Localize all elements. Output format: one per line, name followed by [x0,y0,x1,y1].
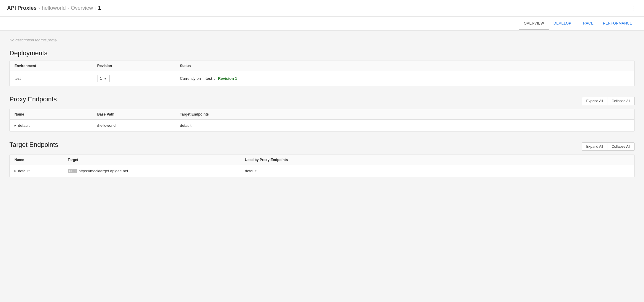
target-endpoints-expand-all[interactable]: Expand All [582,142,607,151]
revision-select[interactable]: 1 [97,75,110,82]
breadcrumb: API Proxies › helloworld › Overview › 1 [7,5,101,11]
target-endpoints-col-name: Name [14,158,68,162]
proxy-endpoints-btn-group: Expand All Collapse All [582,97,635,105]
deployments-col-revision: Revision [97,64,180,68]
proxy-endpoints-col-name: Name [14,112,97,116]
proxy-endpoint-basepath: /helloworld [97,123,180,128]
deployment-revision-cell: 1 [97,75,180,82]
deployments-title: Deployments [9,49,635,57]
proxy-endpoint-expand-icon[interactable]: ▶ [14,124,16,127]
breadcrumb-sep-3: › [95,6,96,11]
status-revision: Revision 1 [218,76,237,81]
proxy-endpoints-table: Name Base Path Target Endpoints ▶ defaul… [9,109,635,131]
deployments-table: Environment Revision Status test 1 Curre… [9,61,635,86]
proxy-endpoints-collapse-all[interactable]: Collapse All [607,97,635,105]
main-content: No description for this proxy. Deploymen… [0,31,644,302]
proxy-endpoints-col-basepath: Base Path [97,112,180,116]
deployments-col-status: Status [180,64,630,68]
target-endpoints-col-used-by: Used by Proxy Endpoints [245,158,630,162]
tab-overview[interactable]: OVERVIEW [519,17,549,30]
deployment-status-cell: Currently on test: Revision 1 [180,76,630,81]
url-badge: URL [68,169,77,173]
more-icon[interactable]: ⋮ [631,5,637,12]
target-endpoints-section: Target Endpoints Expand All Collapse All… [9,141,635,177]
target-endpoints-col-target: Target [68,158,245,162]
target-endpoints-header: Name Target Used by Proxy Endpoints [10,155,634,165]
target-endpoint-expand-icon[interactable]: ▶ [14,170,16,172]
proxy-endpoints-section: Proxy Endpoints Expand All Collapse All … [9,95,635,131]
proxy-endpoints-expand-all[interactable]: Expand All [582,97,607,105]
target-endpoint-url: https://mocktarget.apigee.net [79,169,128,173]
target-endpoint-row: ▶ default URL https://mocktarget.apigee.… [10,165,634,177]
status-env: test [205,76,212,81]
proxy-endpoints-col-target: Target Endpoints [180,112,630,116]
breadcrumb-overview[interactable]: Overview [71,5,93,11]
proxy-endpoints-title: Proxy Endpoints [9,95,57,103]
target-endpoints-header-row: Target Endpoints Expand All Collapse All [9,141,635,152]
breadcrumb-sep-1: › [38,6,40,11]
deployments-header-row: Environment Revision Status [10,61,634,71]
deployments-col-env: Environment [14,64,97,68]
target-endpoint-used-by: default [245,169,630,173]
breadcrumb-sep-2: › [67,6,69,11]
proxy-endpoint-target: default [180,123,630,128]
deployments-section: Deployments Environment Revision Status … [9,49,635,86]
tab-develop[interactable]: DEVELOP [549,17,576,30]
deployment-env-value: test [14,76,97,81]
proxy-endpoint-name: ▶ default [14,123,97,128]
proxy-endpoint-row: ▶ default /helloworld default [10,120,634,131]
tabs-bar: OVERVIEW DEVELOP TRACE PERFORMANCE [0,17,644,31]
target-endpoint-name-value: default [18,169,30,173]
target-endpoint-name: ▶ default [14,169,68,173]
target-endpoints-btn-group: Expand All Collapse All [582,142,635,151]
breadcrumb-revision: 1 [98,5,101,11]
target-endpoints-collapse-all[interactable]: Collapse All [607,142,635,151]
proxy-endpoints-header: Name Base Path Target Endpoints [10,109,634,120]
tab-performance[interactable]: PERFORMANCE [598,17,637,30]
target-endpoints-title: Target Endpoints [9,141,58,149]
breadcrumb-helloworld[interactable]: helloworld [42,5,66,11]
target-endpoint-target-cell: URL https://mocktarget.apigee.net [68,169,245,173]
header: API Proxies › helloworld › Overview › 1 … [0,0,644,17]
status-prefix: Currently on [180,76,201,81]
breadcrumb-api-proxies[interactable]: API Proxies [7,5,37,11]
proxy-description: No description for this proxy. [9,38,635,42]
tab-trace[interactable]: TRACE [576,17,598,30]
proxy-endpoint-name-value: default [18,123,30,128]
proxy-endpoints-header-row: Proxy Endpoints Expand All Collapse All [9,95,635,107]
target-endpoints-table: Name Target Used by Proxy Endpoints ▶ de… [9,155,635,177]
deployments-row: test 1 Currently on test: Revision 1 [10,71,634,86]
